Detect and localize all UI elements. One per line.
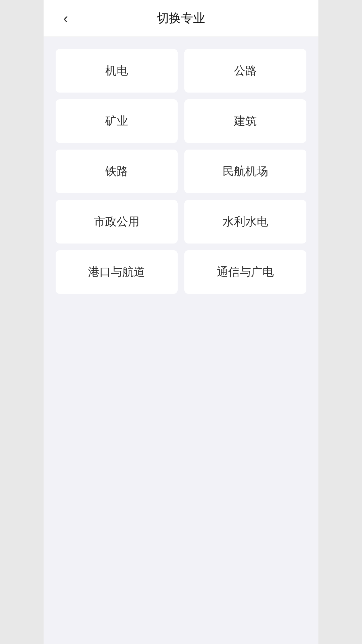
- page-title: 切换专业: [157, 10, 205, 26]
- specialty-item-mechanical-electrical[interactable]: 机电: [56, 49, 178, 93]
- specialty-item-civil-aviation[interactable]: 民航机场: [184, 150, 306, 193]
- specialty-item-water-conservancy[interactable]: 水利水电: [184, 200, 306, 244]
- back-icon: ‹: [63, 10, 68, 26]
- content-area: 机电公路矿业建筑铁路民航机场市政公用水利水电港口与航道通信与广电: [44, 37, 318, 306]
- app-container: ‹ 切换专业 机电公路矿业建筑铁路民航机场市政公用水利水电港口与航道通信与广电: [44, 0, 318, 644]
- specialty-item-construction[interactable]: 建筑: [184, 99, 306, 143]
- specialty-item-mining[interactable]: 矿业: [56, 99, 178, 143]
- specialty-item-port-waterway[interactable]: 港口与航道: [56, 250, 178, 294]
- specialty-item-highway[interactable]: 公路: [184, 49, 306, 93]
- specialty-item-municipal[interactable]: 市政公用: [56, 200, 178, 244]
- specialty-grid: 机电公路矿业建筑铁路民航机场市政公用水利水电港口与航道通信与广电: [56, 49, 306, 294]
- back-button[interactable]: ‹: [56, 8, 76, 29]
- header: ‹ 切换专业: [44, 0, 318, 37]
- specialty-item-railway[interactable]: 铁路: [56, 150, 178, 193]
- specialty-item-telecom-broadcast[interactable]: 通信与广电: [184, 250, 306, 294]
